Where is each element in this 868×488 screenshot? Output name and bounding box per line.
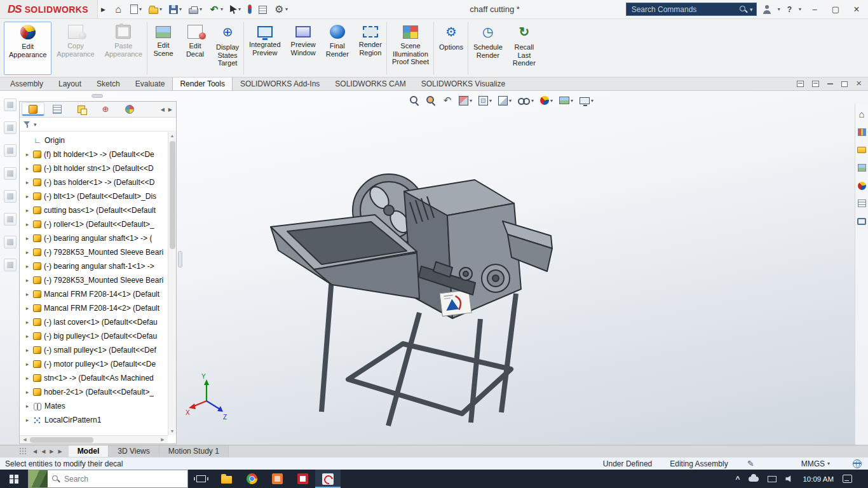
scrollbar-thumb[interactable] [30,437,93,443]
panel-splitter-handle[interactable] [178,251,182,268]
tree-item[interactable]: hober-2<1> (Default<<Default>_ [20,385,168,399]
minimize-button[interactable]: – [807,4,822,14]
tree-item[interactable]: (-) blt<1> (Default<<Default>_Dis [20,189,168,203]
quick-tool-button[interactable] [128,3,144,15]
view-tool-button[interactable] [580,97,593,104]
command-tab[interactable]: Render Tools [172,77,233,90]
tree-item[interactable]: (-) 7928K53_Mounted Sleeve Beari [20,273,168,287]
pinned-app-button[interactable] [264,470,290,488]
task-view-button[interactable] [188,470,214,488]
ribbon-button[interactable]: Integrated Preview [244,22,286,75]
side-tool-icon[interactable] [4,213,17,226]
command-tab[interactable]: SOLIDWORKS Add-Ins [233,77,327,90]
expand-arrow-icon[interactable] [24,389,31,395]
task-pane-tab[interactable] [856,126,867,138]
expand-arrow-icon[interactable] [24,207,31,214]
ribbon-button[interactable]: ◷ Schedule Render [468,22,508,75]
side-tool-icon[interactable] [4,259,17,271]
command-tab[interactable]: Assembly [3,77,51,90]
task-pane-tab[interactable] [856,144,867,156]
task-pane-tab[interactable] [856,109,867,120]
side-tool-icon[interactable] [4,190,17,203]
last-tab-icon[interactable] [58,449,62,454]
view-tool-button[interactable] [426,95,436,105]
side-tool-icon[interactable] [4,144,17,157]
cloud-sync-icon[interactable] [749,477,759,482]
expand-arrow-icon[interactable] [24,291,31,297]
dropdown-caret-icon[interactable] [470,98,472,104]
task-pane-tab[interactable] [856,162,867,173]
tree-item[interactable]: LocalCirPattern1 [20,413,168,427]
next-document-icon[interactable] [812,81,819,87]
minimize-document-icon[interactable] [827,83,833,85]
dropdown-caret-icon[interactable] [550,98,553,104]
restore-document-icon[interactable] [841,81,848,87]
previous-tab-icon[interactable] [41,449,45,454]
dropdown-caret-icon[interactable] [179,6,182,12]
quick-tool-button[interactable] [256,4,269,15]
dropdown-caret-icon[interactable] [238,6,241,12]
view-tool-button[interactable] [559,97,573,104]
tree-item[interactable]: Mancal FRM F208-14<1> (Default [20,287,168,301]
toolbar-flyout-icon[interactable] [101,6,105,13]
close-document-icon[interactable] [856,79,862,88]
quick-tool-button[interactable] [166,3,184,15]
ribbon-button[interactable]: Preview Window [286,22,321,75]
dropdown-caret-icon[interactable] [489,98,492,104]
expand-arrow-icon[interactable] [24,277,31,283]
dropdown-caret-icon[interactable] [200,6,202,12]
command-tab[interactable]: Evaluate [128,77,173,90]
tree-item[interactable]: (-) motor pulley<1> (Default<<De [20,357,168,371]
action-center-icon[interactable] [843,475,852,483]
tree-item[interactable]: (-) blt holder stn<1> (Default<<D [20,161,168,175]
expand-arrow-icon[interactable] [24,361,31,367]
command-tab[interactable]: SOLIDWORKS CAM [327,77,413,90]
document-tab[interactable]: Model [69,445,109,457]
panel-tab[interactable] [70,102,93,116]
start-button[interactable] [0,470,28,488]
expand-arrow-icon[interactable] [24,403,31,409]
panel-tab[interactable] [118,102,141,116]
expand-arrow-icon[interactable] [24,165,31,172]
quick-tool-button[interactable] [245,3,254,15]
first-tab-icon[interactable] [33,449,37,454]
panel-tab[interactable] [46,102,69,116]
ribbon-button[interactable]: Copy Appearance [51,22,99,75]
task-pane-tab[interactable] [856,198,867,209]
scroll-up-icon[interactable] [170,132,175,140]
ribbon-button[interactable]: ↻ Recall Last Render [508,22,541,75]
chaff-cutter-model[interactable] [271,174,552,426]
command-search[interactable] [626,3,757,16]
pinned-app-button[interactable] [290,470,315,488]
quick-tool-button[interactable] [146,3,165,15]
ribbon-button[interactable]: ⚙ Options [434,22,468,75]
dropdown-caret-icon[interactable] [571,98,573,104]
expand-arrow-icon[interactable] [24,305,31,311]
taskbar-search-input[interactable] [64,475,184,484]
expand-arrow-icon[interactable] [24,263,31,269]
tree-vertical-scrollbar[interactable] [168,132,176,435]
panel-tab[interactable] [22,102,44,116]
dropdown-caret-icon[interactable] [591,98,593,104]
tree-item[interactable]: cutting bas<1> (Default<<Default [20,203,168,217]
ribbon-button[interactable]: Paste Appearance [100,22,147,75]
document-tab[interactable]: Motion Study 1 [159,445,229,457]
solidworks-app-button[interactable] [315,470,341,488]
panel-tab-scroll-right-icon[interactable] [166,107,174,112]
dropdown-caret-icon[interactable] [509,98,512,104]
view-tool-button[interactable] [459,96,472,105]
tree-item[interactable]: (-) bearing angular shaft-1<1> -> [20,259,168,273]
search-icon[interactable] [739,5,748,14]
search-scope-caret-icon[interactable] [750,6,753,13]
ribbon-button[interactable]: ⊕ Display States Target [211,22,244,75]
tray-expand-icon[interactable] [735,475,740,484]
user-account-icon[interactable] [763,4,772,14]
taskbar-clock[interactable]: 10:09 AM [803,475,834,483]
machine-decal[interactable] [440,290,471,316]
expand-arrow-icon[interactable] [24,333,31,339]
tree-filter[interactable] [20,118,176,132]
tree-item[interactable]: (-) 7928K53_Mounted Sleeve Beari [20,245,168,259]
command-tab[interactable]: Layout [51,77,89,90]
view-tool-button[interactable] [518,97,534,105]
help-button[interactable]: ? [786,5,793,14]
